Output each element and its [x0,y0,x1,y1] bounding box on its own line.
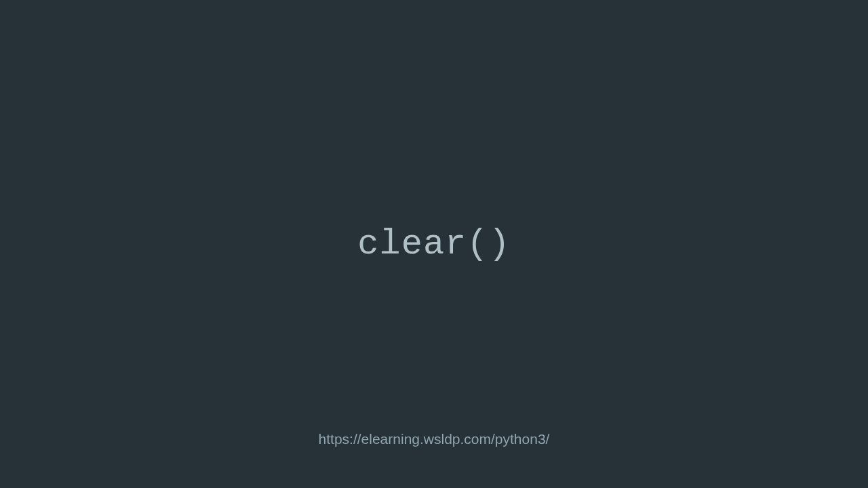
footer-url: https://elearning.wsldp.com/python3/ [319,431,550,447]
slide-title: clear() [357,224,510,264]
